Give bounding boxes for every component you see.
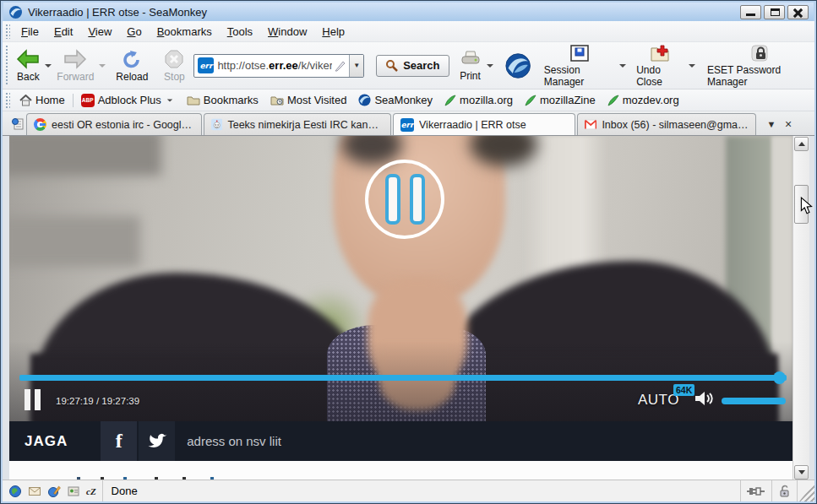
url-bar[interactable]: err http://otse.err.ee/k/vikerraadi ▼ (193, 54, 364, 78)
share-caption: adress on nsv liit (187, 434, 281, 448)
bookmark-most-visited[interactable]: Most Visited (264, 92, 353, 108)
bookmark-mozilla-org[interactable]: mozilla.org (438, 92, 519, 108)
search-icon (385, 59, 399, 73)
close-button[interactable] (787, 5, 809, 19)
adblock-plus-icon: ABP (81, 94, 95, 107)
eset-lock-icon (749, 44, 770, 62)
search-button[interactable]: Search (376, 55, 449, 77)
toolbar-grippy[interactable] (5, 24, 10, 39)
seamonkey-icon (358, 94, 371, 106)
online-plug-icon (747, 486, 765, 496)
security-status-panel[interactable] (772, 480, 798, 501)
online-status-panel[interactable] (741, 480, 772, 501)
session-manager-button[interactable]: Session Manager (541, 42, 618, 89)
status-text: Done (103, 480, 741, 501)
quill-bookmark-icon (444, 95, 456, 106)
menu-file[interactable]: File (14, 23, 46, 41)
printer-icon (460, 50, 482, 68)
progress-bar[interactable] (19, 375, 787, 381)
menu-go[interactable]: Go (119, 23, 149, 41)
bookmark-mozillazine[interactable]: mozillaZine (519, 92, 602, 108)
home-icon (19, 95, 32, 106)
separator (73, 94, 74, 107)
status-bar: cZ Done (3, 480, 814, 501)
window-resize-grip[interactable] (798, 480, 814, 501)
stop-icon (163, 49, 185, 69)
video-player[interactable]: 19:27:19 / 19:27:39 AUTO 64K (9, 136, 792, 421)
tab-reddit-irc[interactable]: Teeks nimekirja Eesti IRC kanalites... (204, 113, 391, 135)
bitrate-badge: 64K (673, 384, 694, 396)
menu-bookmarks[interactable]: Bookmarks (150, 23, 220, 41)
back-button[interactable]: Back (13, 47, 43, 84)
menu-view[interactable]: View (80, 23, 119, 41)
toolbar-grippy[interactable] (5, 45, 9, 86)
close-tab-button[interactable]: × (780, 116, 797, 133)
seamonkey-logo[interactable] (505, 51, 531, 80)
url-dropdown-button[interactable]: ▼ (349, 55, 363, 77)
pause-bar-icon (410, 174, 425, 225)
volume-icon[interactable] (694, 390, 714, 407)
undo-close-button[interactable]: Undo Close (633, 42, 687, 89)
eset-password-manager-button[interactable]: ESET Password Manager (704, 42, 814, 89)
composer-icon[interactable] (47, 485, 61, 498)
reddit-favicon (211, 118, 222, 131)
menu-window[interactable]: Window (260, 23, 314, 41)
tab-vikerraadio-active[interactable]: err Vikerraadio | ERR otse (393, 113, 575, 135)
forward-button[interactable]: Forward (53, 47, 97, 84)
folder-icon (187, 95, 200, 106)
title-bar: Vikerraadio | ERR otse - SeaMonkey (3, 3, 814, 21)
menu-help[interactable]: Help (314, 23, 352, 41)
mail-icon[interactable] (28, 485, 41, 498)
back-dropdown-caret[interactable] (45, 64, 52, 68)
facebook-icon: f (116, 430, 123, 453)
page-text-clipped (9, 461, 792, 480)
quill-bookmark-icon (525, 95, 536, 106)
window-title: Vikerraadio | ERR otse - SeaMonkey (28, 6, 738, 19)
undo-close-caret[interactable] (689, 64, 695, 68)
maximize-button[interactable] (764, 5, 785, 19)
share-label: JAGA (25, 433, 68, 450)
bookmark-adblock-plus[interactable]: ABP Adblock Plus (75, 92, 181, 109)
toolbar-grippy[interactable] (5, 92, 10, 108)
google-favicon (34, 118, 46, 131)
print-button[interactable]: Print (456, 48, 485, 84)
menu-tools[interactable]: Tools (220, 23, 260, 41)
pause-overlay-button[interactable] (365, 160, 444, 239)
reload-button[interactable]: Reload (112, 47, 151, 84)
progress-thumb[interactable] (773, 371, 786, 384)
seamonkey-window-icon (8, 5, 23, 19)
url-input[interactable]: http://otse.err.ee/k/vikerraadi (217, 59, 332, 72)
forward-dropdown-caret[interactable] (99, 64, 106, 68)
tab-bar: eesti OR estonia irc - Google otsing Tee… (3, 111, 814, 136)
volume-slider[interactable] (722, 398, 786, 404)
bookmark-mozdev-org[interactable]: mozdev.org (602, 92, 685, 108)
minimize-button[interactable] (740, 5, 761, 19)
vertical-scrollbar[interactable] (792, 136, 809, 480)
navigator-icon[interactable] (8, 485, 22, 498)
session-manager-caret[interactable] (619, 64, 626, 68)
menu-bar: File Edit View Go Bookmarks Tools Window… (3, 21, 814, 42)
scroll-up-button[interactable] (794, 137, 809, 151)
list-tabs-icon (11, 117, 25, 131)
chatzilla-icon[interactable]: cZ (86, 486, 96, 496)
twitter-share-button[interactable] (139, 421, 175, 461)
pause-control-button[interactable] (25, 389, 41, 410)
bookmark-home[interactable]: Home (14, 92, 71, 108)
tab-google-search[interactable]: eesti OR estonia irc - Google otsing (26, 113, 202, 135)
tab-scroll-dropdown-button[interactable]: ▼ (763, 116, 780, 133)
facebook-share-button[interactable]: f (101, 421, 137, 461)
tab-gmail-inbox[interactable]: Inbox (56) - silmaseen@gmail.co... (577, 113, 756, 135)
print-dropdown-caret[interactable] (487, 64, 493, 68)
list-all-tabs-button[interactable] (9, 116, 26, 133)
gmail-favicon (585, 119, 596, 130)
time-display: 19:27:19 / 19:27:39 (56, 396, 139, 406)
bookmark-bookmarks-folder[interactable]: Bookmarks (181, 92, 264, 108)
browser-window: Vikerraadio | ERR otse - SeaMonkey File … (0, 0, 817, 504)
navigation-toolbar: Back Forward Reload Stop err (3, 42, 814, 89)
stop-button[interactable]: Stop (160, 47, 188, 84)
twitter-icon (146, 432, 168, 450)
menu-edit[interactable]: Edit (46, 23, 80, 41)
bookmark-seamonkey[interactable]: SeaMonkey (352, 92, 438, 108)
scroll-down-button[interactable] (794, 465, 809, 480)
address-book-icon[interactable] (67, 485, 80, 498)
